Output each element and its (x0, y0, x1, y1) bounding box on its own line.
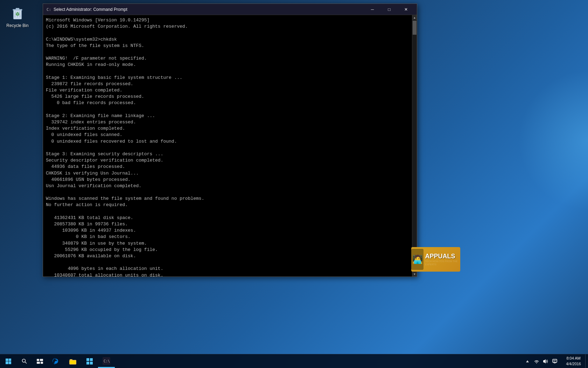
system-tray (520, 354, 562, 368)
tray-network[interactable] (532, 354, 541, 368)
recycle-bin-icon[interactable]: ♻ Recycle Bin (4, 4, 31, 29)
search-icon (22, 359, 27, 364)
desktop: ♻ Recycle Bin C:\ Select Administrator: … (0, 0, 588, 368)
cmd-controls: ─ □ ✕ (364, 4, 414, 15)
scroll-down-btn[interactable]: ▼ (412, 272, 417, 277)
cmd-output[interactable]: Microsoft Windows [Version 10.0.14295] (… (43, 15, 412, 277)
volume-icon (543, 359, 548, 364)
svg-rect-15 (70, 359, 72, 360)
task-view-icon (37, 359, 43, 364)
taskbar-app-explorer[interactable] (64, 354, 81, 368)
edge-icon (52, 357, 60, 365)
tray-chevron[interactable] (523, 354, 532, 368)
minimize-button[interactable]: ─ (364, 4, 380, 15)
desktop-glow (518, 70, 588, 210)
svg-text:C:\: C:\ (47, 7, 51, 12)
taskbar-clock[interactable]: 8:04 AM 4/4/2016 (562, 354, 585, 368)
cmd-titlebar: C:\ Select Administrator: Command Prompt… (43, 4, 417, 15)
task-view-button[interactable] (32, 354, 48, 368)
taskbar-app-edge[interactable] (48, 354, 64, 368)
appuals-watermark: 🧑‍💻 APPUALS TECH HOW-TOS FROM THE EXPERT… (411, 247, 460, 272)
cmd-title-text: Select Administrator: Command Prompt (54, 7, 364, 12)
svg-marker-24 (526, 360, 529, 362)
cmd-title-icon: C:\ (46, 7, 51, 12)
scroll-track[interactable] (412, 20, 417, 272)
cmd-body: Microsoft Windows [Version 10.0.14295] (… (43, 15, 417, 277)
taskbar: C:\ (0, 354, 588, 368)
svg-rect-11 (37, 359, 39, 361)
cmd-scrollbar[interactable]: ▲ ▼ (412, 15, 417, 277)
cortana-search[interactable] (17, 354, 32, 368)
svg-text:♻: ♻ (15, 12, 20, 17)
action-center-icon (552, 359, 557, 364)
tray-action-center[interactable] (551, 354, 559, 368)
cmd-icon: C:\ (103, 357, 110, 365)
scroll-thumb[interactable] (413, 21, 416, 35)
svg-rect-19 (90, 358, 93, 361)
svg-marker-25 (543, 359, 546, 363)
svg-text:C:\: C:\ (104, 359, 110, 363)
network-icon (534, 359, 539, 364)
chevron-up-icon (526, 360, 529, 363)
start-button[interactable] (0, 354, 17, 368)
svg-rect-18 (86, 358, 89, 361)
recycle-bin-graphic: ♻ (9, 5, 26, 22)
svg-rect-17 (70, 361, 76, 364)
cmd-window: C:\ Select Administrator: Command Prompt… (43, 4, 417, 277)
svg-rect-21 (90, 362, 93, 364)
svg-line-10 (25, 362, 27, 363)
appuals-tagline: TECH HOW-TOS FROM THE EXPERTS (425, 260, 460, 266)
taskbar-apps: C:\ (48, 354, 520, 368)
taskbar-app-store[interactable] (81, 354, 98, 368)
svg-point-9 (22, 359, 26, 362)
clock-date: 4/4/2016 (566, 361, 581, 367)
show-desktop-button[interactable] (585, 354, 588, 368)
appuals-name: APPUALS (425, 253, 460, 260)
svg-rect-20 (86, 362, 89, 364)
svg-rect-13 (37, 362, 40, 364)
tray-volume[interactable] (541, 354, 550, 368)
svg-rect-26 (553, 359, 557, 362)
scroll-up-btn[interactable]: ▲ (412, 15, 417, 20)
svg-rect-14 (41, 362, 43, 364)
appuals-cartoon: 🧑‍💻 (411, 249, 424, 270)
taskbar-app-cmd[interactable]: C:\ (98, 354, 115, 368)
svg-rect-2 (16, 8, 19, 9)
recycle-bin-label: Recycle Bin (6, 23, 28, 28)
file-explorer-icon (69, 357, 77, 365)
maximize-button[interactable]: □ (381, 4, 397, 15)
windows-logo (6, 359, 11, 364)
appuals-text: APPUALS TECH HOW-TOS FROM THE EXPERTS (425, 253, 460, 266)
store-icon (86, 357, 93, 365)
clock-time: 8:04 AM (566, 356, 580, 361)
svg-rect-12 (40, 359, 43, 361)
close-button[interactable]: ✕ (398, 4, 414, 15)
